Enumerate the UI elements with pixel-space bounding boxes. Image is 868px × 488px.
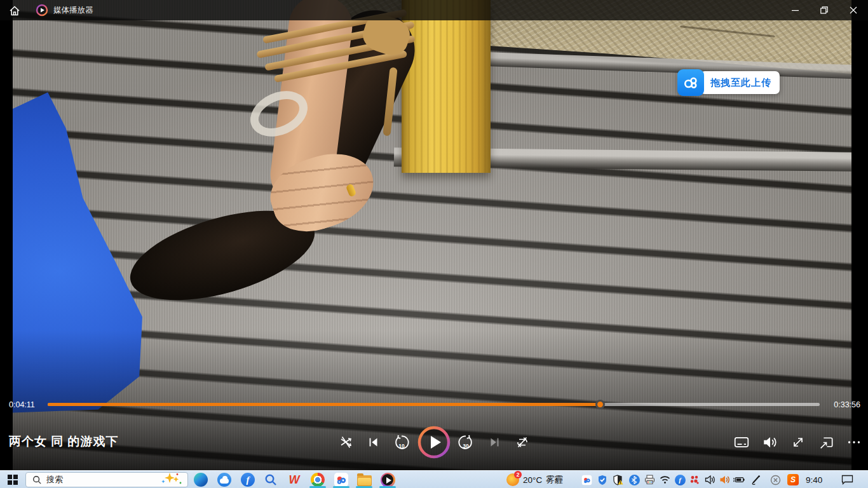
progress-played (48, 403, 600, 406)
tray-red-app[interactable] (689, 474, 700, 485)
forward-amount: 30 (457, 443, 475, 449)
wifi-icon (660, 475, 670, 484)
previous-button[interactable] (365, 433, 383, 451)
minimize-button[interactable] (780, 0, 810, 20)
tray-battery[interactable] (733, 474, 745, 485)
pen-icon (751, 475, 761, 485)
tray-disabled-sync[interactable] (770, 474, 781, 485)
taskbar-app-flash[interactable]: f (240, 471, 256, 488)
tray-flash[interactable]: f (674, 474, 686, 485)
rewind-10-button[interactable]: 10 (393, 433, 410, 451)
weather-condition: 雾霾 (546, 474, 563, 485)
wps-icon: W (289, 473, 300, 487)
chrome-icon (311, 473, 325, 487)
current-time: 0:04:11 (9, 400, 35, 409)
taskbar-app-cloud-browser[interactable] (216, 471, 233, 488)
windows-logo-icon (8, 475, 18, 485)
tray-baidu-netdisk[interactable] (581, 474, 592, 485)
tray-volume-orange[interactable] (719, 474, 730, 485)
magnifier-icon (264, 473, 277, 486)
circle-x-icon (770, 475, 781, 485)
taskbar: 搜索 f W (0, 470, 868, 488)
next-button[interactable] (485, 433, 503, 451)
taskbar-app-edge[interactable] (193, 471, 209, 488)
shuffle-off-button[interactable] (337, 433, 355, 451)
search-placeholder: 搜索 (46, 474, 63, 485)
weather-sun-icon: 2 (506, 473, 519, 486)
video-title-overlay: 两个女 同 的游戏下 (9, 433, 119, 450)
video-player-window: 拖拽至此上传 0:04:11 0:33:56 两个女 同 的游戏下 (0, 0, 868, 470)
volume-button[interactable] (761, 433, 779, 451)
baidu-netdisk-icon (334, 472, 349, 487)
taskbar-app-search-tool[interactable] (262, 471, 279, 488)
file-explorer-icon (357, 475, 372, 486)
upload-badge-label: 拖拽至此上传 (700, 71, 780, 94)
baidu-netdisk-icon (677, 69, 704, 96)
flash-icon: f (675, 475, 686, 485)
cast-button[interactable] (817, 433, 835, 451)
battery-plug-icon (733, 475, 745, 484)
window-title: 媒体播放器 (53, 0, 93, 20)
taskbar-app-wps[interactable]: W (286, 471, 302, 488)
close-button[interactable] (839, 0, 868, 20)
wooden-post (402, 0, 491, 173)
tray-security-shield[interactable] (597, 474, 608, 485)
play-button[interactable] (417, 426, 451, 459)
progress-handle[interactable] (595, 400, 605, 409)
tray-pen[interactable] (750, 474, 762, 485)
tray-sogou-input[interactable]: S (787, 474, 799, 485)
cloud-app-icon (217, 473, 231, 487)
repeat-off-button[interactable] (513, 433, 531, 451)
blue-shield-icon (597, 475, 607, 485)
weather-temperature: 20°C (523, 475, 542, 485)
edge-icon (194, 473, 208, 487)
shield-warning-icon (613, 475, 623, 485)
titlebar: 媒体播放器 (0, 0, 868, 20)
tray-printer[interactable] (644, 474, 655, 485)
tray-bluetooth[interactable] (628, 474, 640, 485)
rewind-amount: 10 (393, 443, 410, 449)
forward-30-button[interactable]: 30 (457, 433, 475, 451)
printer-icon (644, 475, 655, 485)
tray-volume-quiet[interactable] (704, 474, 715, 485)
speaker-outline-icon (705, 475, 715, 485)
seek-bar[interactable] (48, 403, 820, 406)
sogou-icon: S (787, 474, 799, 485)
upload-drop-badge[interactable]: 拖拽至此上传 (677, 69, 780, 96)
fullscreen-button[interactable] (789, 433, 807, 451)
search-input[interactable]: 搜索 (25, 472, 188, 487)
tray-wifi[interactable] (659, 474, 670, 485)
total-time: 0:33:56 (834, 400, 860, 409)
flash-icon: f (241, 473, 255, 487)
start-button[interactable] (0, 471, 25, 488)
home-icon[interactable] (8, 4, 21, 17)
screen: 拖拽至此上传 0:04:11 0:33:56 两个女 同 的游戏下 (0, 0, 868, 488)
more-options-button[interactable] (845, 433, 863, 451)
notification-center-button[interactable] (841, 474, 853, 487)
restore-button[interactable] (810, 0, 839, 20)
baidu-netdisk-icon (581, 475, 592, 485)
weather-alert-badge: 2 (514, 471, 522, 478)
speaker-orange-icon (719, 475, 730, 485)
tray-defender-alert[interactable] (612, 474, 623, 485)
red-cluster-icon (689, 475, 700, 485)
media-player-icon (381, 473, 395, 487)
bluetooth-icon (629, 475, 640, 485)
taskbar-clock[interactable]: 9:40 (806, 471, 822, 488)
search-icon (32, 475, 41, 484)
subtitles-button[interactable] (733, 433, 750, 451)
media-player-app-icon (36, 4, 48, 17)
copilot-sparkle-icon (161, 472, 182, 487)
notification-icon (841, 474, 853, 485)
weather-widget[interactable]: 2 20°C 雾霾 (506, 471, 563, 488)
